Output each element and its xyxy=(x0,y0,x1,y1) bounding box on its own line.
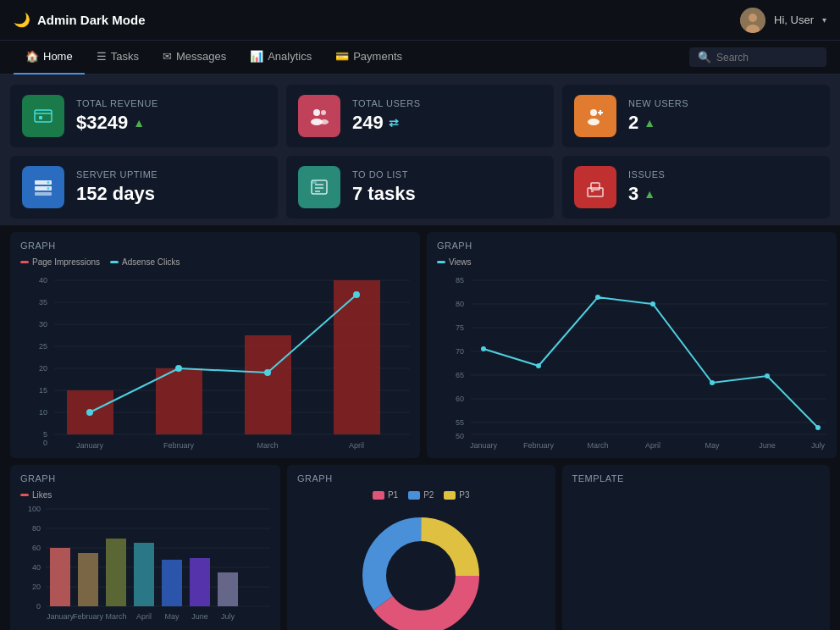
header: 🌙 Admin Dark Mode Hi, User ▾ xyxy=(0,0,840,41)
svg-text:75: 75 xyxy=(456,323,464,332)
nav-home-label: Home xyxy=(43,50,73,63)
messages-icon: ✉ xyxy=(163,50,172,63)
svg-text:100: 100 xyxy=(28,505,41,513)
bar3-jun xyxy=(190,558,210,606)
chart-card-2: GRAPH Views 85 80 75 xyxy=(427,232,837,458)
revenue-icon xyxy=(22,95,64,137)
users-value: 249 ⇄ xyxy=(352,112,542,134)
nav-item-tasks[interactable]: ☰ Tasks xyxy=(85,41,151,75)
svg-text:50: 50 xyxy=(456,432,464,440)
legend-label-clicks: Adsense Clicks xyxy=(122,257,180,267)
users-swap-icon: ⇄ xyxy=(389,116,399,130)
app-title: Admin Dark Mode xyxy=(37,13,146,27)
donut-center xyxy=(395,550,446,601)
stat-card-revenue: TOTAL REVENUE $3249 ▲ xyxy=(10,85,278,147)
svg-text:March: March xyxy=(587,441,608,450)
nav-links: 🏠 Home ☰ Tasks ✉ Messages 📊 Analytics 💳 … xyxy=(14,41,414,75)
graph1-svg: 40 35 30 25 20 15 10 5 0 xyxy=(20,272,410,450)
charts-row-2: GRAPH Likes 100 80 60 40 20 xyxy=(10,465,830,630)
svg-text:65: 65 xyxy=(456,371,464,379)
stats-grid: TOTAL REVENUE $3249 ▲ TOTAL USERS 249 ⇄ xyxy=(0,75,840,225)
nav-messages-label: Messages xyxy=(176,50,226,63)
bar-apr xyxy=(334,280,380,434)
nav-item-analytics[interactable]: 📊 Analytics xyxy=(238,41,323,75)
new-users-label: NEW USERS xyxy=(628,98,818,108)
svg-text:5: 5 xyxy=(43,430,47,439)
dot-feb xyxy=(175,365,182,372)
bar3-jan xyxy=(50,548,70,606)
new-users-icon xyxy=(574,95,616,137)
bar3-apr xyxy=(134,543,154,606)
svg-text:85: 85 xyxy=(456,276,464,285)
svg-text:January: January xyxy=(76,441,104,450)
charts-row-1: GRAPH Page Impressions Adsense Clicks xyxy=(10,232,830,458)
uptime-info: SERVER UPTIME 152 days xyxy=(76,169,266,205)
legend-dot-impressions xyxy=(20,261,29,263)
svg-text:May: May xyxy=(164,612,180,621)
svg-point-64 xyxy=(481,346,486,351)
legend-dot-likes xyxy=(20,494,29,496)
svg-point-9 xyxy=(320,119,329,124)
svg-text:20: 20 xyxy=(39,364,47,373)
stat-card-uptime: SERVER UPTIME 152 days xyxy=(10,156,278,218)
nav: 🏠 Home ☰ Tasks ✉ Messages 📊 Analytics 💳 … xyxy=(0,41,840,75)
todo-info: TO DO LIST 7 tasks xyxy=(352,169,542,205)
nav-item-messages[interactable]: ✉ Messages xyxy=(151,41,238,75)
tasks-icon: ☰ xyxy=(97,50,107,63)
todo-icon xyxy=(298,166,340,208)
svg-point-68 xyxy=(710,380,715,385)
dot-mar xyxy=(264,369,271,376)
svg-text:80: 80 xyxy=(456,300,464,308)
bar3-mar xyxy=(106,539,126,606)
revenue-value: $3249 ▲ xyxy=(76,112,266,134)
legend-dot-p2 xyxy=(408,491,420,500)
svg-point-70 xyxy=(815,425,821,430)
svg-text:July: July xyxy=(811,441,826,450)
svg-point-10 xyxy=(590,109,597,116)
svg-text:15: 15 xyxy=(39,386,47,395)
legend-likes: Likes xyxy=(20,490,52,500)
graph4-title: GRAPH xyxy=(297,473,545,484)
svg-text:60: 60 xyxy=(32,544,41,552)
new-users-trend-icon: ▲ xyxy=(644,116,655,130)
legend-dot-clicks xyxy=(110,261,119,263)
svg-text:80: 80 xyxy=(32,524,41,533)
svg-text:January: January xyxy=(47,612,75,621)
svg-text:35: 35 xyxy=(39,298,47,307)
svg-point-7 xyxy=(321,110,326,115)
chevron-down-icon[interactable]: ▾ xyxy=(822,15,826,25)
svg-point-6 xyxy=(313,109,320,116)
svg-text:April: April xyxy=(349,441,364,450)
uptime-value: 152 days xyxy=(76,183,266,205)
stat-card-issues: ISSUES 3 ▲ xyxy=(562,156,830,218)
chart-card-3: GRAPH Likes 100 80 60 40 20 xyxy=(10,465,280,630)
users-info: TOTAL USERS 249 ⇄ xyxy=(352,98,542,134)
avatar xyxy=(740,8,765,33)
graph3-title: GRAPH xyxy=(20,473,270,484)
chart-card-1: GRAPH Page Impressions Adsense Clicks xyxy=(10,232,420,458)
user-greeting: Hi, User xyxy=(774,14,814,26)
svg-text:60: 60 xyxy=(456,395,464,403)
svg-point-67 xyxy=(650,301,655,307)
svg-text:25: 25 xyxy=(39,342,47,351)
revenue-info: TOTAL REVENUE $3249 ▲ xyxy=(76,98,266,134)
svg-text:30: 30 xyxy=(39,320,47,329)
stat-card-todo: TO DO LIST 7 tasks xyxy=(286,156,554,218)
svg-text:April: April xyxy=(136,612,152,621)
legend-p3: P3 xyxy=(444,490,469,500)
donut-container xyxy=(297,508,545,630)
users-icon xyxy=(298,95,340,137)
svg-text:May: May xyxy=(705,441,720,450)
graph4-legend: P1 P2 P3 xyxy=(297,490,545,500)
svg-text:0: 0 xyxy=(43,439,47,447)
chart-card-template: TEMPLATE xyxy=(562,465,831,630)
nav-item-home[interactable]: 🏠 Home xyxy=(14,41,85,75)
payments-icon: 💳 xyxy=(335,50,349,63)
search-input[interactable] xyxy=(716,52,818,64)
nav-item-payments[interactable]: 💳 Payments xyxy=(323,41,414,75)
search-box[interactable]: 🔍 xyxy=(689,47,826,67)
uptime-icon xyxy=(22,166,64,208)
svg-text:April: April xyxy=(645,441,660,450)
svg-text:July: July xyxy=(221,612,235,621)
svg-point-1 xyxy=(749,14,757,22)
